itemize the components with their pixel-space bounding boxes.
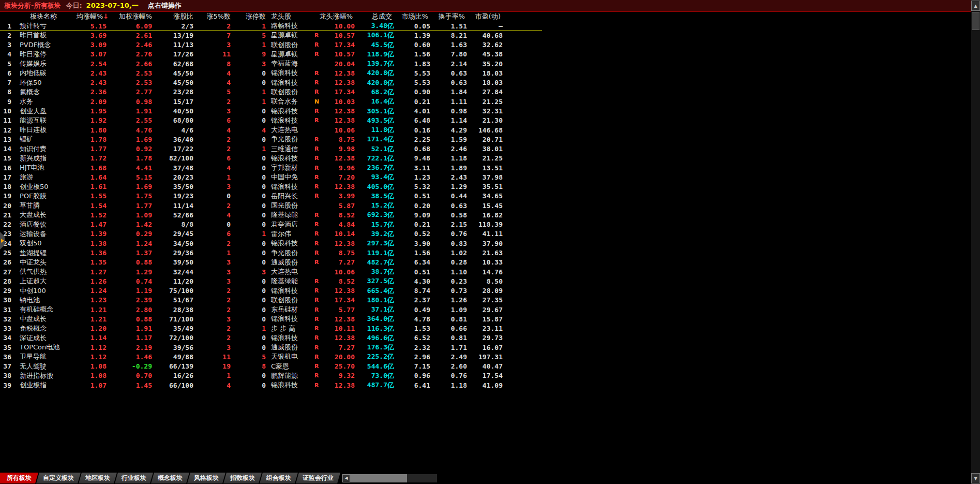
table-row[interactable]: 34深证成长1.141.1772/10020锦浪科技R12.38496.6亿6.… [0, 333, 503, 343]
tab-3[interactable]: 地区板块 [79, 473, 117, 483]
table-row[interactable]: 36卫星导航1.121.4649/88115天银机电R20.00225.2亿2.… [0, 352, 503, 361]
tab-8[interactable]: 组合板块 [260, 473, 298, 483]
table-row[interactable]: 13锂矿1.781.6936/4020争光股份R8.75171.4亿2.251.… [0, 135, 503, 144]
table-row[interactable]: 27供气供热1.271.2932/4433大连热电10.0638.7亿0.511… [0, 267, 503, 276]
weighted-change: 2.77 [107, 88, 152, 96]
market-ratio: 0.60 [394, 41, 430, 49]
header-sector-name[interactable]: 板块名称 [16, 12, 77, 21]
header-avg-change[interactable]: 均涨幅%↓ [77, 12, 107, 21]
leader-stock: 锦浪科技 [271, 68, 312, 78]
table-row[interactable]: 25盐湖提锂1.361.3729/3610争光股份R8.75119.1亿1.56… [0, 248, 503, 257]
tab-9[interactable]: 证监会行业 [296, 473, 340, 483]
header-rise-ratio[interactable]: 涨股比 [152, 12, 193, 21]
avg-change: 1.26 [77, 277, 107, 285]
table-row[interactable]: 16HJT电池1.684.4137/4840宇邦新材R9.96236.7亿3.1… [0, 163, 503, 172]
table-row[interactable]: 17旅游1.645.1520/2310中国中免R7.2093.4亿1.232.4… [0, 172, 503, 182]
table-row[interactable]: 31有机硅概念1.212.8028/3820东岳硅材R5.7737.1亿0.49… [0, 305, 503, 314]
header-weighted-change[interactable]: 加权涨幅% [107, 12, 152, 21]
sector-name: 新兴成指 [20, 154, 77, 163]
table-row[interactable]: 8氟概念2.362.7723/2851联创股份R17.3468.2亿0.901.… [0, 87, 503, 97]
sector-name: 新进指标股 [20, 371, 77, 380]
table-row[interactable]: 30钠电池1.232.3951/6720联创股份R17.34180.1亿2.37… [0, 296, 503, 305]
vertical-scrollbar[interactable]: ▲ ▼ [971, 0, 980, 484]
header-leader-stock[interactable]: 龙头股 [266, 12, 312, 21]
table-row[interactable]: 21大盘成长1.521.0952/6640隆基绿能R8.52692.3亿9.09… [0, 210, 503, 219]
table-row[interactable]: 19POE胶膜1.551.7519/2300岳阳兴长R3.9938.5亿0.51… [0, 192, 503, 201]
hscroll-left-button[interactable]: ◀ [342, 474, 350, 482]
scroll-down-button[interactable]: ▼ [971, 473, 980, 483]
table-row[interactable]: 39创业板指1.071.4566/10040锦浪科技R12.38487.7亿6.… [0, 380, 503, 390]
weighted-change: -0.29 [107, 362, 152, 370]
hand-rate: 1.71 [430, 344, 467, 351]
leader-change: 12.38 [325, 107, 355, 115]
table-row[interactable]: 26中证龙头1.350.8839/5030通威股份R7.27482.7亿6.34… [0, 258, 503, 267]
up5-count: 6 [193, 230, 231, 238]
table-row[interactable]: 32中盘成长1.210.8871/10030锦浪科技R12.38364.0亿4.… [0, 314, 503, 324]
header-market-ratio[interactable]: 市场比% [392, 12, 428, 21]
header-turnover[interactable]: 总成交 [353, 12, 392, 21]
pe: 18.03 [467, 69, 503, 77]
table-row[interactable]: 35TOPCon电池1.122.1939/5630通威股份R7.27176.3亿… [0, 343, 503, 352]
rise-ratio: 17/26 [152, 50, 193, 58]
table-row[interactable]: 23运输设备1.390.2929/4561雷尔伟R10.1439.2亿0.520… [0, 229, 503, 239]
horizontal-scrollbar[interactable] [350, 474, 437, 482]
scroll-up-button[interactable]: ▲ [971, 1, 980, 11]
market-ratio: 9.09 [394, 211, 430, 219]
tab-6[interactable]: 风格板块 [187, 473, 225, 483]
vscroll-thumb[interactable] [972, 12, 979, 30]
table-row[interactable]: 6内地低碳2.432.5345/5040锦浪科技R12.38420.8亿5.53… [0, 68, 503, 78]
row-index: 4 [0, 50, 16, 58]
market-ratio: 4.01 [394, 107, 430, 115]
table-row[interactable]: 18创业板501.611.6935/5030锦浪科技R12.38405.0亿5.… [0, 182, 503, 192]
row-index: 25 [0, 249, 16, 257]
table-row[interactable]: 29中创1001.241.1975/10020锦浪科技R12.38665.4亿8… [0, 286, 503, 295]
leader-change: 7.27 [325, 258, 355, 266]
table-row[interactable]: 37无人驾驶1.08-0.2966/139198C豪恩R25.70544.6亿7… [0, 362, 503, 371]
table-row[interactable]: 38新进指标股1.080.7016/2610鹏辉能源R9.3273.0亿0.96… [0, 371, 503, 380]
hscroll-thumb[interactable] [350, 474, 407, 482]
rise-ratio: 13/19 [152, 32, 193, 39]
table-row[interactable]: 5传媒娱乐2.542.6662/6883幸福蓝海20.04139.7亿1.832… [0, 59, 503, 68]
table-row[interactable]: 10创业大盘1.951.9140/5030锦浪科技R12.38305.1亿4.0… [0, 106, 503, 115]
table-row[interactable]: 3PVDF概念3.092.4611/1331联创股份R17.3445.5亿0.6… [0, 40, 503, 50]
header-pe[interactable]: 市盈(动) [465, 12, 501, 21]
table-row[interactable]: 1预计转亏5.156.092/321路畅科技10.003.48亿0.051.51… [0, 21, 503, 31]
table-row[interactable]: 2昨日首板3.692.6113/1975星源卓镁R10.57106.1亿1.39… [0, 31, 503, 40]
table-row[interactable]: 33免税概念1.201.9135/4921步 步 高R10.11116.3亿1.… [0, 324, 503, 333]
tab-1[interactable]: 所有板块 [0, 473, 38, 483]
pe: 10.33 [467, 258, 503, 266]
table-row[interactable]: 12昨日连板1.804.764/644大连热电10.0611.8亿0.164.2… [0, 125, 503, 135]
row-index: 30 [0, 296, 16, 304]
row-index: 6 [0, 69, 16, 77]
turnover: 236.7亿 [355, 163, 394, 172]
table-row[interactable]: 7环保502.432.5345/5040锦浪科技R12.38420.8亿5.53… [0, 78, 503, 87]
table-row[interactable]: 4昨日涨停3.072.7617/26119星源卓镁R10.57118.9亿1.5… [0, 50, 503, 59]
limit-count: 0 [231, 192, 266, 200]
tab-7[interactable]: 指数板块 [223, 473, 262, 483]
table-row[interactable]: 20草甘膦1.541.7711/1420国光股份5.8715.2亿0.200.6… [0, 201, 503, 210]
table-row[interactable]: 11能源互联1.922.5568/8060锦浪科技R12.38493.5亿6.4… [0, 116, 503, 125]
leader-change: 10.11 [325, 325, 355, 332]
tab-2[interactable]: 自定义板块 [36, 473, 81, 483]
header-hand-rate[interactable]: 换手率% [428, 12, 465, 21]
leader-change: 12.38 [325, 287, 355, 295]
table-row[interactable]: 24双创501.381.2434/5020锦浪科技R12.38297.3亿3.9… [0, 239, 503, 248]
avg-change: 1.47 [77, 221, 107, 228]
hand-rate: 0.73 [430, 287, 467, 295]
table-row[interactable]: 22酒店餐饮1.471.428/800君亭酒店R4.8415.7亿0.212.1… [0, 220, 503, 229]
tab-4[interactable]: 行业板块 [115, 473, 153, 483]
up5-count: 2 [193, 145, 231, 153]
table-row[interactable]: 15新兴成指1.721.7882/10060锦浪科技R12.38722.1亿9.… [0, 154, 503, 163]
table-row[interactable]: 28上证超大1.260.7411/2030隆基绿能R8.52327.5亿4.30… [0, 276, 503, 286]
sector-name: 酒店餐饮 [20, 220, 77, 229]
row-index: 28 [0, 277, 16, 285]
header-leader-change[interactable]: 龙头涨幅% [312, 12, 353, 21]
up5-count: 3 [193, 268, 231, 276]
table-row[interactable]: 9水务2.090.9815/1721联合水务N10.0316.4亿0.211.1… [0, 97, 503, 106]
tab-5[interactable]: 概念板块 [151, 473, 189, 483]
leader-change: 17.34 [325, 41, 355, 49]
header-limit-count[interactable]: 涨停数 [231, 12, 266, 21]
leader-stock: 星源卓镁 [271, 31, 312, 40]
table-row[interactable]: 14知识付费1.770.9217/2221三维通信R9.9852.1亿0.682… [0, 144, 503, 153]
header-up5-count[interactable]: 涨5%数 [193, 12, 231, 21]
